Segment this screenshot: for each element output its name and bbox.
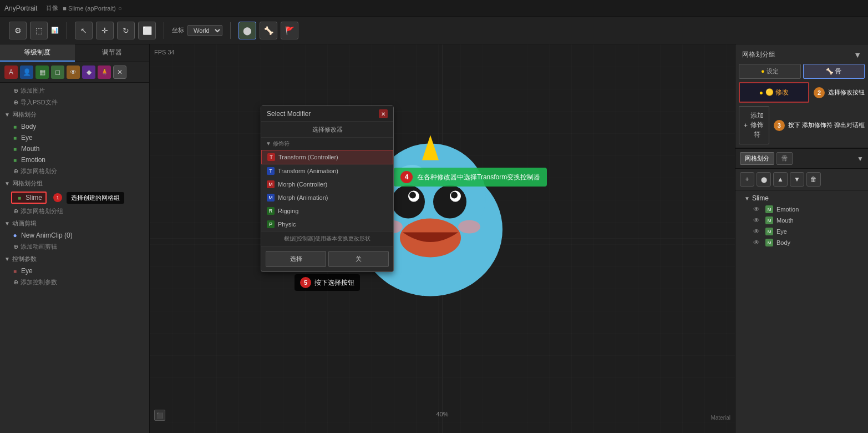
tree-child-eye[interactable]: 👁 M Eye — [740, 226, 864, 237]
rotate-tool[interactable]: ↻ — [117, 22, 135, 39]
tree-child-body[interactable]: 👁 M Body — [740, 237, 864, 248]
toolbar-right: ⬤ 🦴 🚩 — [235, 22, 302, 39]
divider3 — [230, 22, 231, 39]
bone-tool[interactable]: 🦴 — [260, 22, 277, 39]
eye-mesh-icon: ■ — [11, 134, 19, 142]
mouth-eye-icon[interactable]: 👁 — [753, 216, 760, 224]
icon-gem[interactable]: ◆ — [82, 66, 95, 79]
export-button[interactable]: ⬚ — [30, 22, 48, 39]
tab-adjuster[interactable]: 调节器 — [75, 44, 150, 62]
section-anim-clip[interactable]: ▼ 动画剪辑 — [0, 217, 149, 230]
modifier-physic[interactable]: P Physic — [261, 218, 393, 231]
modify-btn[interactable]: ● 🟡 修改 — [739, 82, 809, 103]
add-control-btn[interactable]: ⊕ 添加控制参数 — [0, 276, 149, 288]
modifier-morph-controller[interactable]: M Morph (Controller) — [261, 178, 393, 191]
mesh-item-emotion[interactable]: ■ Emotion — [0, 154, 149, 165]
anno-num-3: 3 — [774, 120, 785, 131]
icon-close[interactable]: ✕ — [113, 66, 126, 79]
close-btn[interactable]: 关 — [328, 251, 389, 267]
tree-child-mouth[interactable]: 👁 M Mouth — [740, 215, 864, 226]
eye-control-icon: ■ — [11, 267, 19, 275]
nav-icon-left[interactable]: ⬛ — [154, 410, 165, 421]
dropdown-btn[interactable]: ▼ — [854, 51, 861, 59]
coord-select[interactable]: World — [187, 25, 222, 36]
icon-square[interactable]: ◻ — [51, 66, 64, 79]
anno3-inline: 3 按下 添加修饰符 弹出对话框 — [774, 120, 865, 131]
tab-hierarchy[interactable]: 等级制度 — [0, 44, 75, 62]
bottom-tab-mesh[interactable]: 网格划分 — [740, 152, 774, 165]
add-image-btn[interactable]: ⊕ 添加图片 — [0, 85, 149, 97]
add-anim-btn[interactable]: ⊕ 添加动画剪辑 — [0, 241, 149, 253]
tab-bone[interactable]: 🦴 骨 — [803, 64, 865, 79]
modifier-name-5: Physic — [278, 221, 296, 228]
delete-node-btn[interactable]: 🗑 — [806, 172, 821, 187]
settings-button[interactable]: ⚙ — [9, 22, 27, 39]
section-mesh-division[interactable]: ▼ 网格划分 — [0, 108, 149, 121]
transform-ctrl-icon: T — [267, 153, 275, 161]
bottom-dropdown[interactable]: ▼ — [857, 155, 864, 163]
anno-num-4: 4 — [400, 171, 413, 183]
add-mesh-group-btn[interactable]: ⊕ 添加网格划分组 — [0, 205, 149, 217]
anno-text-2: 选择修改按钮 — [828, 88, 865, 97]
body-icon: ■ — [11, 123, 19, 130]
move-tool[interactable]: ✛ — [96, 22, 114, 39]
file-indicator: ○ — [118, 4, 122, 12]
svg-point-14 — [458, 220, 480, 234]
circle-tool[interactable]: ⬤ — [238, 22, 256, 39]
svg-point-9 — [433, 185, 466, 219]
section-mesh-group[interactable]: ▼ 网格划分组 — [0, 177, 149, 190]
circle-btn[interactable]: ⬤ — [757, 172, 771, 187]
modifier-transform-controller[interactable]: T Transform (Controller) — [261, 150, 393, 164]
add-mesh-btn[interactable]: ⊕ 添加网格划分 — [0, 165, 149, 177]
add-control-icon: ⊕ — [13, 279, 18, 286]
tree-parent-slime[interactable]: ▼ Slime — [740, 193, 864, 204]
anim-icon: ● — [11, 231, 19, 239]
up-btn[interactable]: ▲ — [773, 172, 788, 187]
tree-child-emotion[interactable]: 👁 M Emotion — [740, 204, 864, 215]
flag-tool[interactable]: 🚩 — [281, 22, 298, 39]
icon-A[interactable]: A — [4, 66, 18, 79]
modifier-transform-anim[interactable]: T Transform (Animation) — [261, 164, 393, 178]
zoom-label: 40% — [436, 411, 448, 417]
mesh-item-mouth[interactable]: ■ Mouth — [0, 143, 149, 154]
anno4-box: 4 在各种修改器中选择Transform变换控制器 — [394, 168, 547, 187]
section-control-params[interactable]: ▼ 控制参数 — [0, 253, 149, 265]
anim-clip-item[interactable]: ● New AnimClip (0) — [0, 230, 149, 241]
mesh-division-arrow: ▼ — [4, 112, 10, 118]
toolbar: ⚙ ⬚ 📊 ↖ ✛ ↻ ⬜ 坐标 World ⬤ 🦴 🚩 — [0, 17, 868, 44]
dialog-close-btn[interactable]: ✕ — [379, 109, 388, 118]
divider1 — [67, 22, 67, 39]
icon-person2[interactable]: 🧍 — [98, 66, 111, 79]
slime-annotation: ■ Slime 1 选择创建的网格组 — [11, 192, 124, 204]
control-arrow: ▼ — [4, 256, 10, 262]
icon-person[interactable]: 👤 — [20, 66, 33, 79]
select-btn[interactable]: 选择 — [266, 251, 326, 267]
icon-eye[interactable]: 👁 — [67, 66, 80, 79]
modify-row: ● 🟡 修改 2 选择修改按钮 — [739, 82, 865, 103]
eye-eye-icon[interactable]: 👁 — [753, 228, 760, 235]
panel-content: ⊕ 添加图片 ⊕ 导入PSD文件 ▼ 网格划分 ■ Body ■ Eye — [0, 83, 149, 433]
app-subtitle: 肖像 — [46, 4, 58, 12]
scale-tool[interactable]: ⬜ — [138, 22, 156, 39]
mesh-group-slime[interactable]: ■ Slime 1 选择创建的网格组 — [0, 190, 149, 205]
tab-settings[interactable]: ● 设定 — [739, 64, 801, 79]
icon-chart[interactable]: ▦ — [35, 66, 49, 79]
add-modifier-btn[interactable]: + 添加修饰符 — [739, 106, 769, 144]
body-eye-icon[interactable]: 👁 — [753, 239, 760, 246]
center-panel: FPS 34 — [150, 44, 735, 433]
left-panel: 等级制度 调节器 A 👤 ▦ ◻ 👁 ◆ 🧍 ✕ ⊕ 添加图片 ⊕ 导入PSD文… — [0, 44, 150, 433]
control-label: 控制参数 — [12, 255, 37, 263]
control-eye-item[interactable]: ■ Eye — [0, 265, 149, 276]
bottom-tab-bone[interactable]: 骨 — [776, 152, 793, 165]
add-mesh-icon: ⊕ — [13, 168, 18, 175]
import-psd-btn[interactable]: ⊕ 导入PSD文件 — [0, 97, 149, 108]
modifier-morph-anim[interactable]: M Morph (Animation) — [261, 191, 393, 204]
select-tool[interactable]: ↖ — [75, 22, 93, 39]
anim-label: 动画剪辑 — [12, 219, 37, 228]
mesh-item-eye[interactable]: ■ Eye — [0, 132, 149, 143]
emotion-eye-icon[interactable]: 👁 — [753, 205, 760, 213]
modifier-rigging[interactable]: R Rigging — [261, 204, 393, 218]
down-btn[interactable]: ▼ — [790, 172, 804, 187]
add-node-btn[interactable]: + — [740, 172, 754, 187]
mesh-item-body[interactable]: ■ Body — [0, 121, 149, 132]
